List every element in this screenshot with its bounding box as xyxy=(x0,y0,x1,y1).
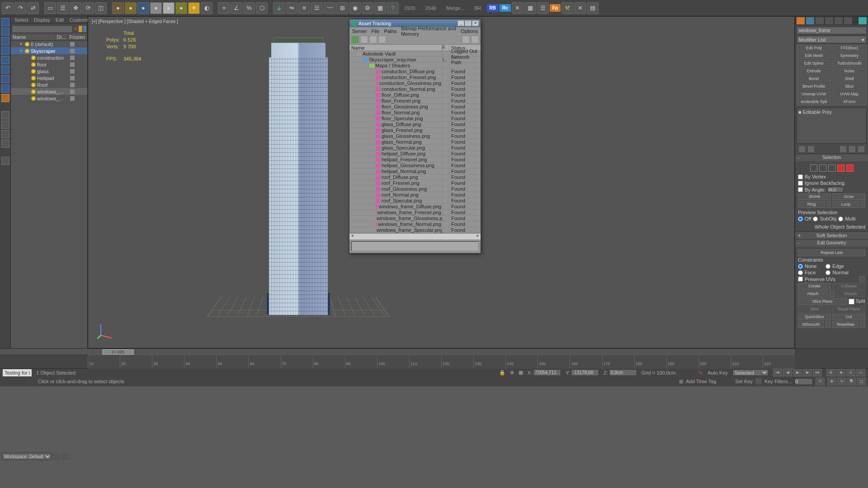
z-input[interactable] xyxy=(609,369,637,376)
sphere6-icon[interactable]: ● xyxy=(175,2,187,14)
modifier-button[interactable]: Noise xyxy=(832,68,867,75)
time-slider-handle[interactable]: 0 / 225 xyxy=(102,349,134,355)
sphere4-icon[interactable]: ● xyxy=(150,2,162,14)
schematic-icon[interactable]: ⊞ xyxy=(336,2,348,14)
modifier-button[interactable]: enderable Spli xyxy=(797,99,831,105)
curve-editor-icon[interactable]: 〰 xyxy=(324,2,335,14)
edge-icon[interactable] xyxy=(819,164,826,172)
minimize-icon[interactable]: _ xyxy=(458,20,464,26)
select-icon[interactable]: ▭ xyxy=(44,2,56,14)
tree-row[interactable]: construction xyxy=(11,54,87,61)
preserve-uvs-check[interactable] xyxy=(798,277,803,282)
col-frozen[interactable]: Frozen xyxy=(68,34,87,40)
asset-row[interactable]: roof_FresneI.pngFound xyxy=(349,180,481,186)
rb-badge[interactable]: RB xyxy=(487,4,499,12)
snap-icon[interactable]: ⌖ xyxy=(218,2,230,14)
tree-row[interactable]: windows_... xyxy=(11,88,87,95)
asset-row[interactable]: constuction_Glossiness.pngFound xyxy=(349,80,481,86)
li-12[interactable] xyxy=(1,130,9,138)
tool-x-icon[interactable]: ✕ xyxy=(512,2,524,14)
li-14[interactable] xyxy=(1,157,9,165)
lock3-icon[interactable]: ▦ xyxy=(519,370,523,375)
asset-row[interactable]: windows_frame_Normal.pngFound xyxy=(349,221,481,227)
asset-menu-item[interactable]: Paths xyxy=(384,28,396,34)
tree-row[interactable]: floor xyxy=(11,61,87,68)
vertex-icon[interactable] xyxy=(810,164,817,172)
view1-icon[interactable] xyxy=(360,36,368,43)
col-name[interactable]: Name xyxy=(11,34,55,40)
clear-icon[interactable]: ✕ xyxy=(74,26,78,32)
remove-icon[interactable] xyxy=(849,146,855,152)
key-icon[interactable] xyxy=(755,378,762,385)
y-input[interactable] xyxy=(571,369,599,376)
rollout-soft[interactable]: +Soft Selection xyxy=(795,232,868,239)
view2-icon[interactable] xyxy=(369,36,377,43)
frame-input[interactable] xyxy=(795,378,813,385)
asset-row[interactable]: glass_Specular.pngFound xyxy=(349,145,481,151)
select-name-icon[interactable]: ☰ xyxy=(57,2,69,14)
object-name[interactable]: windows_frame xyxy=(797,27,867,34)
spinner-snap-icon[interactable]: ⬡ xyxy=(256,2,268,14)
scale-icon[interactable]: ◫ xyxy=(95,2,107,14)
tree-row[interactable]: ▾0 (default) xyxy=(11,41,87,47)
play-icon[interactable]: ▶ xyxy=(793,369,802,376)
modifier-button[interactable]: FFD(box) xyxy=(832,45,867,52)
modifier-button[interactable]: Extrude xyxy=(797,68,831,75)
workspace-dropdown[interactable]: Workspace: Default xyxy=(2,453,52,460)
li-3[interactable] xyxy=(1,37,9,45)
constraint-none-radio[interactable] xyxy=(798,264,803,269)
rc-badge[interactable]: Rc xyxy=(500,4,511,12)
li-10[interactable] xyxy=(1,111,9,119)
modifier-button[interactable]: Bevel xyxy=(797,75,831,82)
repeat-button[interactable]: Repeat Last xyxy=(798,249,865,256)
asset-row[interactable]: constuction_FresneI.pngFound xyxy=(349,75,481,80)
viewport-label[interactable]: [+] [Perspective ] [Shaded + Edged Faces… xyxy=(92,19,178,24)
opt2-icon[interactable] xyxy=(471,36,479,43)
percent-snap-icon[interactable]: % xyxy=(243,2,255,14)
preview-subobj-radio[interactable] xyxy=(813,216,818,221)
ignore-backfacing-check[interactable] xyxy=(798,181,803,186)
asset-menu-item[interactable]: Bitmap Performance and Memory xyxy=(401,26,456,37)
sphere1-icon[interactable]: ● xyxy=(112,2,124,14)
loop-spinner[interactable] xyxy=(861,201,865,208)
autokey-button[interactable]: Auto Key xyxy=(708,370,728,375)
asset-col-f[interactable]: F. xyxy=(442,45,449,51)
merge-label[interactable]: Merge... xyxy=(442,5,469,11)
nav2-icon[interactable]: ◈ xyxy=(836,369,845,376)
tree-row[interactable]: Roof xyxy=(11,81,87,88)
tessellate-settings[interactable] xyxy=(860,321,865,328)
preview-multi-radio[interactable] xyxy=(838,216,843,221)
goto-start-icon[interactable]: ⏮ xyxy=(773,369,782,376)
record-icon[interactable]: ∿ xyxy=(698,369,703,376)
menu-display[interactable]: Display xyxy=(34,17,50,23)
border-icon[interactable] xyxy=(828,164,835,172)
tab-utilities[interactable] xyxy=(844,17,852,24)
polygon-icon[interactable] xyxy=(837,164,844,172)
scene-hscroll[interactable] xyxy=(0,349,88,355)
asset-row[interactable]: constuction_Normal.pngFound xyxy=(349,86,481,92)
show-icon[interactable] xyxy=(808,146,814,152)
attach-list[interactable] xyxy=(829,291,835,297)
filter2-icon[interactable] xyxy=(83,26,87,32)
sphere2-icon[interactable]: ● xyxy=(125,2,137,14)
asset-col-name[interactable]: Name xyxy=(349,45,442,51)
modifier-button[interactable]: XForm xyxy=(832,99,867,105)
tessellate-button[interactable]: Tessellate xyxy=(832,321,859,328)
maximize-icon[interactable]: □ xyxy=(465,20,472,26)
asset-row[interactable]: glass_Normal.pngFound xyxy=(349,139,481,145)
vnav1-icon[interactable]: ✥ xyxy=(827,378,836,385)
asset-row[interactable]: floor_FresneI.pngFound xyxy=(349,98,481,104)
modifier-button[interactable]: Edit Spline xyxy=(797,60,831,67)
asset-menu-item[interactable]: Options xyxy=(461,28,478,34)
menu-edit[interactable]: Edit xyxy=(56,17,64,23)
asset-row[interactable]: constuction_Diffuse.pngFound xyxy=(349,69,481,75)
asset-row[interactable]: glass_Glossiness.pngFound xyxy=(349,133,481,139)
mirror-icon[interactable]: ⇋ xyxy=(286,2,297,14)
msmooth-button[interactable]: MSmooth xyxy=(798,321,824,328)
tag-icon[interactable]: ⊞ xyxy=(679,379,683,385)
color-swatch[interactable] xyxy=(859,17,867,24)
light-icon[interactable]: ◐ xyxy=(201,2,212,14)
sphere3-icon[interactable]: ● xyxy=(137,2,149,14)
tab-display[interactable] xyxy=(835,17,843,24)
asset-menu-item[interactable]: File xyxy=(371,28,379,34)
